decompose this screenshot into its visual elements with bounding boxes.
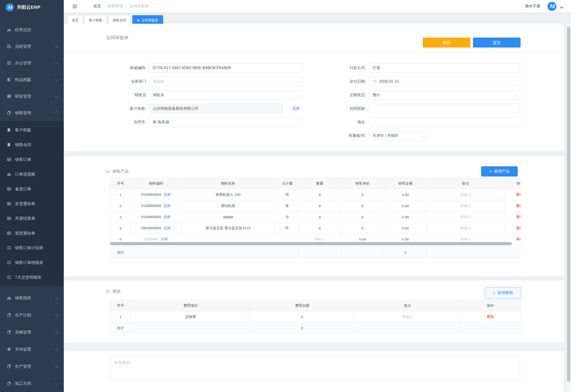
add-product-button[interactable]: + 新增产品: [481, 166, 518, 177]
delete-row-link[interactable]: 删除: [516, 226, 521, 230]
cell-name: 88888: [180, 211, 276, 223]
cell-qty[interactable]: 8: [299, 200, 341, 211]
add-fee-button[interactable]: + 新增费用: [485, 287, 521, 298]
delete-row-link[interactable]: 删除: [487, 315, 494, 319]
avatar[interactable]: M: [547, 2, 556, 11]
cell-qty[interactable]: 8: [299, 189, 341, 200]
sidebar-subitem[interactable]: 销售订单明细表: [0, 255, 64, 270]
products-table-viewport: 序号物料编码物料名称主计量数量销售单价销售金额备注操作 1 0105000003…: [109, 178, 521, 245]
sidebar-item[interactable]: 销售管理: [0, 105, 64, 121]
cell-price[interactable]: 0: [341, 211, 384, 223]
top-navbar: 首页 / 销售管理 / 合同审批单 操作手册 M: [64, 0, 571, 13]
cell-note[interactable]: 请输入: [427, 189, 505, 200]
cell-fee-item[interactable]: 运输费: [132, 311, 250, 322]
select-material-link[interactable]: 选择: [164, 215, 171, 219]
sidebar-subitem[interactable]: 备货订单: [0, 182, 64, 196]
field-input[interactable]: 山河智能装备股份有限公司: [149, 104, 283, 113]
page-tab[interactable]: 销售合同: [108, 15, 130, 24]
field-input[interactable]: 第 电风扇: [149, 117, 302, 127]
rnd-square-icon: [7, 94, 11, 98]
choose-link[interactable]: 选择: [292, 106, 300, 111]
sidebar-subitem[interactable]: 7天交货明细表: [0, 270, 64, 285]
field-input[interactable]: 9770CA17-3497-4DB2-995E-B49E9CF61BD8: [149, 63, 302, 73]
field-input[interactable]: [369, 104, 520, 113]
sidebar-subitem[interactable]: 客户档案: [0, 123, 64, 137]
breadcrumb-label[interactable]: 合同审批单: [130, 4, 149, 9]
field-input[interactable]: 周桂东: [149, 90, 302, 100]
vertical-scrollbar: [566, 24, 571, 392]
sidebar-subitem[interactable]: 退货通知单: [0, 226, 64, 240]
submit-button[interactable]: 提交: [473, 38, 521, 47]
field-input[interactable]: 天津市 / 市辖区: [369, 131, 428, 140]
chevron-down-icon[interactable]: [560, 5, 564, 9]
column-header: 操作: [460, 300, 521, 311]
page-tab[interactable]: 客户档案: [85, 15, 106, 24]
field-label: 单据编码:: [109, 66, 149, 70]
field-value: 山河智能装备股份有限公司: [153, 106, 198, 111]
cell-note[interactable]: 请输入: [427, 223, 505, 234]
sidebar-item[interactable]: 生产管理: [0, 358, 64, 375]
save-button[interactable]: 保存: [423, 38, 470, 47]
delete-row-link[interactable]: 删除: [516, 215, 521, 219]
sidebar-item[interactable]: 生产计划: [0, 307, 64, 323]
contract-terms-textarea[interactable]: 合同条款: [110, 357, 520, 380]
page-tab[interactable]: 合同审批单: [132, 15, 163, 24]
field-input[interactable]: 2026-01-15: [369, 77, 520, 86]
field-input[interactable]: 预计: [369, 90, 520, 100]
sidebar-subitem[interactable]: 销售订单计划表: [0, 240, 64, 255]
cell-note[interactable]: 请输入: [427, 211, 505, 223]
sidebar-subitem[interactable]: 销售订单: [0, 152, 64, 167]
breadcrumb-label[interactable]: 首页: [93, 4, 101, 9]
cell-qty[interactable]: 8: [299, 211, 341, 223]
sidebar-item[interactable]: 流程管理: [0, 38, 64, 55]
office-card-icon: [7, 61, 11, 65]
sidebar-item[interactable]: 车间设置: [0, 341, 64, 358]
page-tab[interactable]: 首页: [68, 15, 83, 24]
cell-qty[interactable]: 8: [299, 223, 341, 234]
select-material-link[interactable]: 选择: [164, 192, 171, 196]
cell-amount: 0.00: [384, 223, 427, 234]
manual-link[interactable]: 操作手册: [525, 4, 540, 9]
main-content: 合同审批单 保存 提交 单据编码: 9770CA17-3497-4DB2-995…: [64, 24, 571, 392]
breadcrumb-label[interactable]: 销售管理: [107, 4, 123, 9]
sidebar-item[interactable]: 料品档案: [0, 71, 64, 88]
field-input[interactable]: 请选择: [149, 77, 302, 86]
sidebar-item[interactable]: 经营总控: [0, 21, 64, 38]
vertical-scrollbar-thumb[interactable]: [567, 27, 570, 382]
topbar-right: 操作手册 M: [525, 2, 563, 11]
cell-actions: 删除: [505, 211, 521, 223]
cell-price[interactable]: 0: [341, 200, 384, 211]
chevron-icon: [55, 313, 58, 316]
cell-price[interactable]: 0: [341, 189, 384, 200]
sidebar-item[interactable]: 销售报表: [0, 289, 64, 307]
sidebar-item[interactable]: 办公管理: [0, 55, 64, 71]
materials-book-icon: [7, 77, 11, 82]
form-row: 交期状态: 预计: [330, 90, 520, 100]
field-label: 付款方式:: [330, 66, 369, 70]
bar-chart-icon: [7, 295, 11, 300]
sidebar-subitem[interactable]: 销售合同: [0, 137, 64, 152]
cell-fee-amount[interactable]: 0: [250, 311, 355, 322]
sidebar-subitem[interactable]: 订单进度图: [0, 167, 64, 182]
sidebar-subitem[interactable]: 开票结算单: [0, 211, 64, 226]
select-material-link[interactable]: 选择: [164, 204, 171, 208]
field-value: 周桂东: [153, 93, 164, 98]
sidebar-subitem-label: 销售订单计划表: [15, 245, 55, 251]
delete-row-link[interactable]: 删除: [516, 192, 521, 196]
sidebar-item-label: 生产计划: [15, 312, 55, 318]
field-input[interactable]: 打算: [369, 63, 520, 73]
select-material-link[interactable]: 选择: [164, 226, 171, 230]
delete-row-link[interactable]: 删除: [516, 204, 521, 208]
sidebar-item[interactable]: 采购管理: [0, 323, 64, 341]
cell-note[interactable]: 请输入: [427, 200, 505, 211]
sidebar-item[interactable]: 加工车间: [0, 375, 64, 392]
table-grid-icon: [7, 201, 11, 206]
sidebar-item[interactable]: 研发管理: [0, 88, 64, 105]
cell-note[interactable]: 请输入: [355, 311, 460, 322]
horizontal-scrollbar-thumb[interactable]: [110, 242, 512, 245]
menu-fold-icon[interactable]: [72, 4, 77, 9]
field-input[interactable]: [369, 117, 520, 127]
cell-price[interactable]: 0: [341, 223, 384, 234]
field-label: 合同号:: [109, 120, 149, 125]
sidebar-subitem[interactable]: 发货通知单: [0, 196, 64, 211]
